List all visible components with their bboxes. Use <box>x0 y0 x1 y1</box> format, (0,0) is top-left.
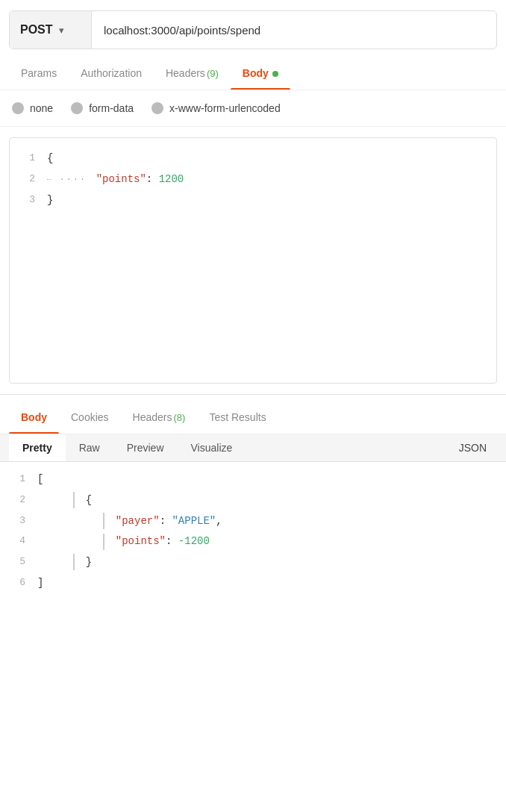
tab-test-results[interactable]: Test Results <box>197 401 278 434</box>
tab-params[interactable]: Params <box>9 57 69 90</box>
req-line-1: 1 { <box>10 149 496 169</box>
res-line-3: 3 "payer": "APPLE", <box>0 511 506 532</box>
tab-headers[interactable]: Headers(9) <box>154 57 231 90</box>
section-divider <box>0 394 506 395</box>
tab-response-body[interactable]: Body <box>9 401 59 434</box>
request-tabs: Params Authorization Headers(9) Body <box>0 57 506 90</box>
radio-circle-urlencoded <box>152 102 163 114</box>
req-line-2: 2 ···· "points": 1200 <box>10 169 496 190</box>
radio-none[interactable]: none <box>12 102 53 114</box>
radio-x-www-form-urlencoded[interactable]: x-www-form-urlencoded <box>152 102 281 114</box>
chevron-down-icon: ▾ <box>59 25 64 36</box>
radio-circle-form-data <box>71 102 83 114</box>
method-label: POST <box>20 23 53 37</box>
req-line-3: 3 } <box>10 190 496 211</box>
format-visualize[interactable]: Visualize <box>178 434 246 461</box>
res-line-2: 2 { <box>0 490 506 511</box>
res-line-4: 4 "points": -1200 <box>0 531 506 552</box>
res-line-6: 6 ] <box>0 573 506 594</box>
format-pretty[interactable]: Pretty <box>9 434 66 461</box>
format-raw[interactable]: Raw <box>66 434 113 461</box>
tab-cookies[interactable]: Cookies <box>59 401 121 434</box>
request-body-editor[interactable]: 1 { 2 ···· "points": 1200 3 } <box>9 137 497 384</box>
url-bar: POST ▾ <box>9 10 497 49</box>
method-select[interactable]: POST ▾ <box>10 11 92 49</box>
tab-body[interactable]: Body <box>231 57 290 90</box>
response-body-editor: 1 [ 2 { 3 "payer": "APPLE", 4 "points": … <box>0 462 506 611</box>
tab-authorization[interactable]: Authorization <box>69 57 154 90</box>
res-line-5: 5 } <box>0 552 506 573</box>
format-preview[interactable]: Preview <box>113 434 178 461</box>
format-row: Pretty Raw Preview Visualize JSON <box>0 434 506 462</box>
response-tabs: Body Cookies Headers(8) Test Results <box>0 401 506 434</box>
radio-form-data[interactable]: form-data <box>71 102 134 114</box>
radio-circle-none <box>12 102 24 114</box>
body-type-options: none form-data x-www-form-urlencoded <box>0 90 506 127</box>
headers-badge: (9) <box>207 68 219 79</box>
format-type-label: JSON <box>449 434 497 461</box>
url-input[interactable] <box>92 24 496 37</box>
response-headers-badge: (8) <box>174 412 186 423</box>
res-line-1: 1 [ <box>0 469 506 490</box>
tab-response-headers[interactable]: Headers(8) <box>121 401 198 434</box>
body-dot <box>272 71 278 77</box>
